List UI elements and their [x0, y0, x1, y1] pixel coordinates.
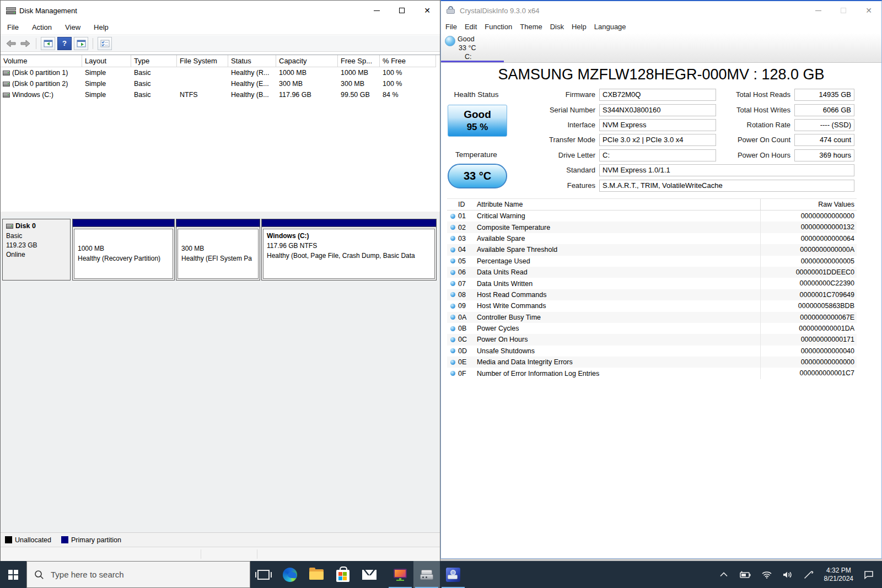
field-label: Power On Hours: [441, 149, 794, 161]
field-label: Features: [441, 180, 599, 192]
dm-menu-file[interactable]: File: [7, 23, 19, 31]
dm-maximize-button[interactable]: [389, 1, 415, 20]
field-features: Features S.M.A.R.T., TRIM, VolatileWrite…: [441, 180, 860, 192]
smart-row[interactable]: 0CPower On Hours00000000000171: [447, 334, 857, 345]
health-dot-icon: [450, 360, 455, 365]
cdi-close-button[interactable]: ✕: [856, 1, 881, 20]
mail-button[interactable]: [356, 561, 383, 588]
col-freespace[interactable]: Free Sp...: [338, 55, 380, 67]
health-dot-icon: [450, 348, 455, 353]
disk-management-taskbar-button[interactable]: [413, 561, 440, 588]
volume-percentfree: 100 %: [380, 78, 436, 89]
partition-windows-c[interactable]: Windows (C:) 117.96 GB NTFS Healthy (Boo…: [261, 219, 437, 280]
screenshot-app-button[interactable]: [387, 561, 413, 588]
cdi-menu-language[interactable]: Language: [594, 23, 626, 31]
cdi-menu-disk[interactable]: Disk: [550, 23, 564, 31]
system-tray: 4:32 PM 8/21/2024: [715, 561, 882, 588]
partition-recovery[interactable]: 1000 MB Healthy (Recovery Partition): [72, 219, 175, 280]
wifi-button[interactable]: [757, 561, 777, 588]
col-volume[interactable]: Volume: [1, 55, 82, 67]
volume-button[interactable]: [778, 561, 798, 588]
dm-menubar: File Action View Help: [1, 20, 440, 35]
smart-row[interactable]: 0EMedia and Data Integrity Errors0000000…: [447, 357, 857, 368]
smart-col-raw: Raw Values: [760, 199, 857, 210]
smart-row[interactable]: 06Data Units Read00000001DDEEC0: [447, 267, 857, 278]
search-input[interactable]: [51, 570, 194, 579]
action-pane-button[interactable]: [74, 37, 88, 50]
taskbar-search[interactable]: [26, 561, 250, 588]
file-explorer-button[interactable]: [303, 561, 330, 588]
cdi-maximize-button[interactable]: [831, 1, 856, 20]
drive-health-orb-icon: [445, 36, 455, 46]
volume-layout: Simple: [82, 89, 131, 100]
dm-close-button[interactable]: ✕: [415, 1, 440, 20]
smart-row[interactable]: 02Composite Temperature00000000000132: [447, 222, 857, 233]
smart-row[interactable]: 0AController Busy Time0000000000067E: [447, 312, 857, 323]
smart-row[interactable]: 0FNumber of Error Information Log Entrie…: [447, 368, 857, 379]
smart-row[interactable]: 04Available Spare Threshold0000000000000…: [447, 244, 857, 255]
dm-minimize-button[interactable]: [364, 1, 389, 20]
volume-row[interactable]: Windows (C:) Simple Basic NTFS Healthy (…: [1, 89, 440, 100]
battery-button[interactable]: [734, 561, 756, 588]
smart-raw: 00000005863BDB: [760, 300, 857, 311]
col-filesystem[interactable]: File System: [177, 55, 228, 67]
cdi-minimize-button[interactable]: [805, 1, 831, 20]
cdi-menu-function[interactable]: Function: [485, 23, 512, 31]
edge-button[interactable]: [277, 561, 303, 588]
field-value: 474 count: [794, 134, 854, 146]
partition-efi[interactable]: 300 MB Healthy (EFI System Pa: [176, 219, 260, 280]
crystaldiskinfo-taskbar-button[interactable]: [440, 561, 466, 588]
forward-button[interactable]: [19, 39, 31, 48]
taskbar-clock[interactable]: 4:32 PM 8/21/2024: [820, 567, 858, 583]
partition-status: Healthy (Boot, Page File, Crash Dump, Ba…: [267, 251, 431, 261]
store-button[interactable]: [330, 561, 356, 588]
pane-splitter[interactable]: [1, 212, 440, 216]
cdi-menu-theme[interactable]: Theme: [520, 23, 542, 31]
smart-row[interactable]: 0DUnsafe Shutdowns00000000000040: [447, 346, 857, 357]
col-percentfree[interactable]: % Free: [380, 55, 436, 67]
smart-col-id: ID: [458, 199, 477, 210]
task-view-button[interactable]: [250, 561, 277, 588]
col-capacity[interactable]: Capacity: [276, 55, 338, 67]
smart-row[interactable]: 05Percentage Used00000000000005: [447, 256, 857, 267]
smart-row[interactable]: 07Data Units Written00000000C22390: [447, 278, 857, 289]
cdi-menu-edit[interactable]: Edit: [465, 23, 477, 31]
show-console-tree-button[interactable]: [41, 37, 55, 50]
dm-menu-view[interactable]: View: [65, 23, 80, 31]
smart-row[interactable]: 08Host Read Commands0000001C709649: [447, 289, 857, 300]
col-status[interactable]: Status: [228, 55, 276, 67]
smart-row[interactable]: 09Host Write Commands00000005863BDB: [447, 300, 857, 311]
action-center-button[interactable]: [859, 561, 879, 588]
volume-row[interactable]: (Disk 0 partition 2) Simple Basic Health…: [1, 78, 440, 89]
health-dot-icon: [450, 270, 455, 275]
dm-titlebar[interactable]: Disk Management ✕: [1, 1, 440, 20]
smart-name: Unsafe Shutdowns: [477, 347, 760, 355]
dm-menu-action[interactable]: Action: [32, 23, 52, 31]
maximize-icon: [399, 8, 405, 13]
smart-row[interactable]: 03Available Spare00000000000064: [447, 233, 857, 244]
smart-id: 0D: [458, 347, 477, 355]
drive-tab[interactable]: Good 33 °C C:: [458, 35, 476, 61]
cdi-menu-file[interactable]: File: [445, 23, 457, 31]
primary-partition-bar: [73, 219, 174, 227]
cdi-titlebar[interactable]: CrystalDiskInfo 9.3.0 x64 ✕: [441, 1, 881, 20]
tray-chevron-button[interactable]: [715, 561, 733, 588]
primary-partition-swatch-icon: [61, 536, 68, 543]
disk0-info-panel[interactable]: Disk 0 Basic 119.23 GB Online: [2, 219, 71, 280]
volume-row[interactable]: (Disk 0 partition 1) Simple Basic Health…: [1, 67, 440, 78]
pen-button[interactable]: [799, 561, 819, 588]
col-layout[interactable]: Layout: [82, 55, 131, 67]
col-type[interactable]: Type: [131, 55, 177, 67]
cdi-menu-help[interactable]: Help: [572, 23, 587, 31]
back-button[interactable]: [5, 39, 17, 48]
edge-icon: [283, 568, 297, 582]
dm-menu-help[interactable]: Help: [94, 23, 109, 31]
smart-row[interactable]: 01Critical Warning00000000000000: [447, 211, 857, 222]
partition-size: 1000 MB: [78, 244, 169, 253]
smart-id: 09: [458, 302, 477, 310]
properties-button[interactable]: [98, 37, 112, 50]
help-button[interactable]: ?: [57, 37, 72, 50]
start-button[interactable]: [0, 561, 26, 588]
volume-freespace: 1000 MB: [338, 67, 380, 78]
smart-row[interactable]: 0BPower Cycles000000000001DA: [447, 323, 857, 334]
